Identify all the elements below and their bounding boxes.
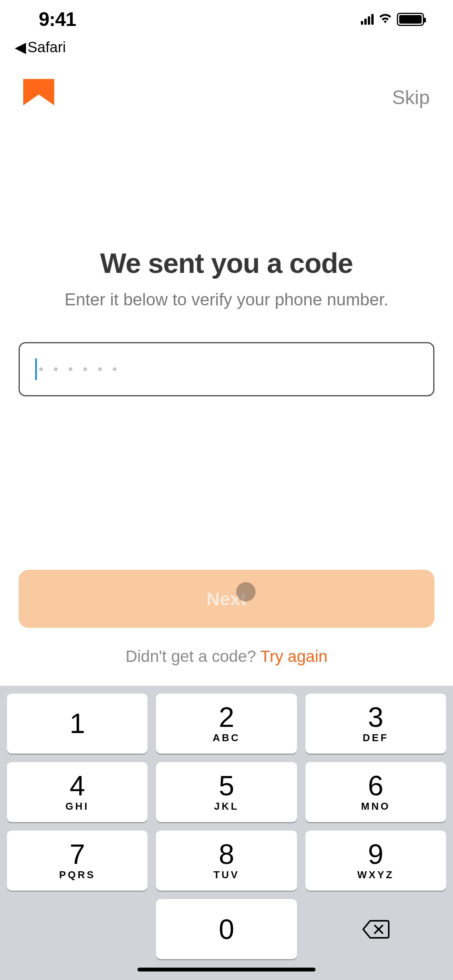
keypad-backspace[interactable] bbox=[305, 899, 446, 959]
numeric-keypad: 1 2ABC 3DEF 4GHI 5JKL 6MNO 7PQRS 8TUV 9W… bbox=[0, 686, 453, 980]
main-content: We sent you a code Enter it below to ver… bbox=[0, 247, 453, 396]
skip-button[interactable]: Skip bbox=[392, 86, 430, 109]
keypad-9[interactable]: 9WXYZ bbox=[305, 831, 446, 891]
home-indicator[interactable] bbox=[137, 968, 316, 971]
keypad-letters: TUV bbox=[213, 869, 239, 881]
keypad-2[interactable]: 2ABC bbox=[156, 694, 297, 754]
keypad-digit: 4 bbox=[70, 772, 85, 800]
keypad-letters: ABC bbox=[213, 732, 240, 744]
resend-prompt: Didn't get a code? bbox=[125, 647, 260, 665]
code-input[interactable] bbox=[19, 342, 434, 396]
try-again-link[interactable]: Try again bbox=[260, 647, 328, 665]
cellular-icon bbox=[361, 14, 374, 25]
keypad-8[interactable]: 8TUV bbox=[156, 831, 297, 891]
back-app-label: Safari bbox=[27, 39, 66, 56]
keypad-empty bbox=[7, 899, 148, 959]
keypad-digit: 2 bbox=[219, 703, 234, 731]
keypad-letters: GHI bbox=[65, 800, 89, 812]
keypad-digit: 0 bbox=[219, 915, 234, 943]
back-to-app[interactable]: ◀ Safari bbox=[0, 39, 453, 56]
keypad-digit: 8 bbox=[219, 840, 234, 868]
keypad-letters: JKL bbox=[214, 800, 239, 812]
keypad-digit: 9 bbox=[368, 840, 383, 868]
touch-indicator-icon bbox=[236, 582, 256, 601]
keypad-letters: MNO bbox=[361, 800, 390, 812]
keypad-0[interactable]: 0 bbox=[156, 899, 297, 959]
resend-row: Didn't get a code? Try again bbox=[0, 647, 453, 666]
keypad-1[interactable]: 1 bbox=[7, 694, 148, 754]
page-title: We sent you a code bbox=[19, 247, 434, 279]
keypad-letters: PQRS bbox=[59, 869, 96, 881]
substack-logo-icon bbox=[23, 79, 54, 116]
keypad-7[interactable]: 7PQRS bbox=[7, 831, 148, 891]
battery-icon bbox=[397, 13, 424, 26]
wifi-icon bbox=[378, 14, 392, 25]
next-button[interactable]: Next bbox=[19, 570, 434, 628]
keypad-letters: DEF bbox=[363, 732, 389, 744]
keypad-digit: 1 bbox=[70, 709, 85, 737]
keypad-3[interactable]: 3DEF bbox=[305, 694, 446, 754]
status-bar: 9:41 bbox=[0, 0, 453, 39]
page-subtitle: Enter it below to verify your phone numb… bbox=[19, 290, 434, 309]
keypad-5[interactable]: 5JKL bbox=[156, 762, 297, 822]
keypad-digit: 7 bbox=[70, 840, 85, 868]
keypad-6[interactable]: 6MNO bbox=[305, 762, 446, 822]
chevron-left-icon: ◀ bbox=[15, 39, 26, 56]
backspace-icon bbox=[362, 919, 390, 939]
keypad-digit: 3 bbox=[368, 703, 383, 731]
status-time: 9:41 bbox=[39, 8, 76, 31]
keypad-4[interactable]: 4GHI bbox=[7, 762, 148, 822]
keypad-letters: WXYZ bbox=[357, 869, 394, 881]
status-icons bbox=[361, 13, 424, 26]
keypad-digit: 5 bbox=[219, 772, 234, 800]
app-header: Skip bbox=[0, 79, 453, 116]
keypad-digit: 6 bbox=[368, 772, 383, 800]
